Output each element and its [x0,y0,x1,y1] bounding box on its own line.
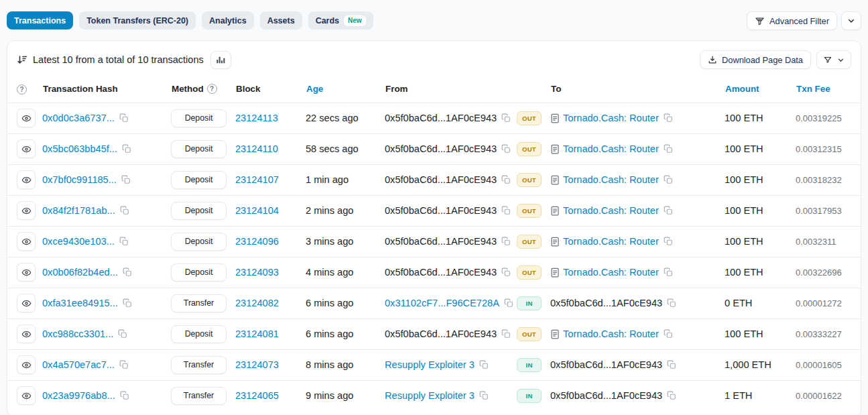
method-button[interactable]: Deposit [171,233,227,251]
copy-icon[interactable] [501,268,511,277]
advanced-filter-button[interactable]: Advanced Filter [747,11,837,30]
amount-text: 0 ETH [725,298,752,308]
copy-icon[interactable] [118,329,127,339]
block-link[interactable]: 23124073 [235,359,279,370]
copy-icon[interactable] [667,298,676,308]
tab-assets[interactable]: Assets [260,11,302,29]
copy-icon[interactable] [120,206,129,215]
to-address[interactable]: Tornado.Cash: Router [563,205,659,216]
table-row: 0x5bc063bb45f... Deposit 23124110 58 sec… [7,133,861,164]
txn-fee-text: 0.00001272 [796,298,842,308]
from-address[interactable]: Resupply Exploiter 3 [385,390,475,401]
to-address[interactable]: Tornado.Cash: Router [563,236,659,247]
block-link[interactable]: 23124065 [235,390,279,401]
copy-icon[interactable] [664,175,673,184]
block-link[interactable]: 23124081 [235,329,279,339]
method-button[interactable]: Deposit [171,109,227,127]
method-button[interactable]: Transfer [171,294,227,312]
amount-text: 100 ETH [725,143,763,154]
copy-icon[interactable] [501,144,511,154]
block-link[interactable]: 23124093 [235,267,279,278]
advanced-filter-dropdown-button[interactable] [841,11,861,30]
direction-badge: OUT [517,204,542,218]
copy-icon[interactable] [501,206,511,215]
eye-button[interactable] [17,109,36,127]
copy-icon[interactable] [122,144,131,154]
copy-icon[interactable] [664,113,673,123]
tab-analytics[interactable]: Analytics [202,11,254,29]
copy-icon[interactable] [120,391,129,400]
copy-icon[interactable] [121,175,131,184]
to-address[interactable]: Tornado.Cash: Router [563,329,659,339]
copy-icon[interactable] [119,237,129,246]
to-address[interactable]: Tornado.Cash: Router [563,143,659,154]
tx-hash-link[interactable]: 0x7bf0c991185... [42,174,117,185]
tab-cards[interactable]: CardsNew [308,11,373,29]
copy-icon[interactable] [504,298,513,308]
eye-button[interactable] [17,386,36,405]
eye-button[interactable] [17,139,36,158]
eye-button[interactable] [17,294,36,312]
tx-hash-link[interactable]: 0x0d0c3a6737... [42,113,115,123]
eye-button[interactable] [17,232,36,251]
tx-hash-link[interactable]: 0xc988cc3301... [42,329,113,339]
header-txn-fee[interactable]: Txn Fee [796,76,861,103]
method-button[interactable]: Deposit [171,140,227,158]
tab-transactions[interactable]: Transactions [7,11,73,29]
eye-button[interactable] [17,355,36,374]
copy-icon[interactable] [501,113,511,123]
eye-button[interactable] [17,170,36,189]
from-address[interactable]: 0x31102cF7...F96CE728A [385,298,499,308]
block-link[interactable]: 23124110 [235,143,278,154]
method-button[interactable]: Deposit [171,171,227,189]
copy-icon[interactable] [667,391,676,400]
copy-icon[interactable] [664,206,673,215]
amount-text: 1,000 ETH [725,359,771,370]
copy-icon[interactable] [123,268,132,277]
tx-hash-link[interactable]: 0x84f2f1781ab... [42,205,115,216]
copy-icon[interactable] [479,360,489,369]
header-age[interactable]: Age [306,76,385,103]
eye-button[interactable] [17,324,36,343]
block-link[interactable]: 23124096 [235,236,279,247]
tx-hash-link[interactable]: 0x5bc063bb45f... [42,143,117,154]
method-button[interactable]: Transfer [171,387,227,405]
eye-button[interactable] [17,201,36,220]
copy-icon[interactable] [664,268,673,277]
copy-icon[interactable] [501,237,511,246]
tx-hash-link[interactable]: 0x4a570e7ac7... [42,359,115,370]
copy-icon[interactable] [664,144,673,154]
copy-icon[interactable] [667,360,676,369]
block-link[interactable]: 23124082 [235,298,279,308]
copy-icon[interactable] [501,329,511,339]
download-page-data-button[interactable]: Download Page Data [700,50,811,69]
method-button[interactable]: Deposit [171,202,227,220]
tab-label: Analytics [209,16,247,25]
tx-hash-link[interactable]: 0x0b06f82b4ed... [42,267,118,278]
tab-token-transfers-erc-20[interactable]: Token Transfers (ERC-20) [79,11,196,29]
block-link[interactable]: 23124107 [235,174,279,185]
to-address[interactable]: Tornado.Cash: Router [563,267,659,278]
tx-hash-link[interactable]: 0xfa31ee84915... [42,298,118,308]
tx-hash-link[interactable]: 0xce9430e103... [42,236,115,247]
block-link[interactable]: 23124104 [235,205,279,216]
copy-icon[interactable] [479,391,489,400]
block-link[interactable]: 23124113 [235,113,278,123]
copy-icon[interactable] [664,329,673,339]
copy-icon[interactable] [123,298,132,308]
tx-hash-link[interactable]: 0x23a9976ab8... [42,390,115,401]
header-amount[interactable]: Amount [725,76,796,103]
chart-button[interactable] [210,51,231,69]
table-filter-button[interactable] [816,50,851,69]
to-address[interactable]: Tornado.Cash: Router [563,113,659,123]
to-address[interactable]: Tornado.Cash: Router [563,174,659,185]
copy-icon[interactable] [664,237,673,246]
copy-icon[interactable] [501,175,511,184]
method-button[interactable]: Deposit [171,263,227,282]
copy-icon[interactable] [119,113,129,123]
method-button[interactable]: Transfer [171,356,227,374]
from-address[interactable]: Resupply Exploiter 3 [385,359,475,370]
eye-button[interactable] [17,263,36,282]
copy-icon[interactable] [119,360,129,369]
method-button[interactable]: Deposit [171,325,227,343]
